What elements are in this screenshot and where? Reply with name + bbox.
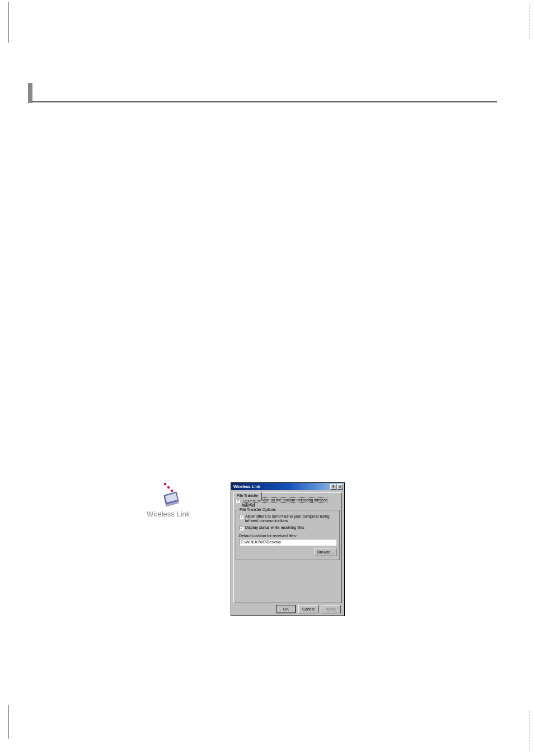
checkbox-display-status-label: Display status while receiving files <box>245 525 336 530</box>
close-icon: × <box>339 485 341 489</box>
cancel-button-label: Cancel <box>302 607 315 611</box>
help-button[interactable]: ? <box>330 484 336 490</box>
svg-point-0 <box>163 483 166 486</box>
apply-button: Apply <box>321 605 341 613</box>
wireless-link-desktop-icon-block: Wireless Link <box>147 481 190 518</box>
wireless-link-icon <box>152 481 185 509</box>
svg-point-2 <box>170 490 173 492</box>
help-icon: ? <box>332 485 334 489</box>
page-edge-marker <box>8 2 9 43</box>
apply-button-label: Apply <box>326 607 336 611</box>
checkbox-allow-send[interactable] <box>239 515 243 519</box>
checkbox-allow-send-label: Allow others to send files to your compu… <box>245 514 336 524</box>
titlebar: Wireless Link ? × <box>231 483 344 490</box>
header-bullet <box>28 83 32 103</box>
wireless-link-icon-label: Wireless Link <box>147 510 190 518</box>
page-edge-dashed-bottom <box>529 711 530 750</box>
file-transfer-options-group: File Transfer Options Allow others to se… <box>236 510 340 560</box>
panel-content: Display an icon on the taskbar indicatin… <box>236 496 340 601</box>
ok-button[interactable]: OK <box>276 605 296 613</box>
page-edge-dashed-top <box>529 4 530 38</box>
checkbox-display-status[interactable] <box>239 526 243 530</box>
browse-button[interactable]: Browse... <box>315 548 336 556</box>
browse-button-label: Browse... <box>317 550 334 554</box>
close-button[interactable]: × <box>337 484 343 490</box>
default-location-input[interactable]: C:\WINDOWS\Desktop <box>239 539 336 546</box>
tab-file-transfer-label: File Transfer <box>237 494 259 497</box>
dialog-button-row: OK Cancel Apply <box>276 605 341 613</box>
group-title: File Transfer Options <box>238 508 277 511</box>
wireless-link-dialog: Wireless Link ? × File Transfer Display … <box>231 482 345 616</box>
tab-file-transfer[interactable]: File Transfer <box>233 492 262 500</box>
cancel-button[interactable]: Cancel <box>298 605 318 613</box>
dialog-title: Wireless Link <box>232 484 260 489</box>
default-location-label: Default location for received files: <box>239 534 336 538</box>
svg-point-1 <box>167 486 170 489</box>
page-edge-marker-bottom <box>8 705 9 739</box>
header-underline <box>32 101 497 102</box>
ok-button-label: OK <box>283 607 289 611</box>
